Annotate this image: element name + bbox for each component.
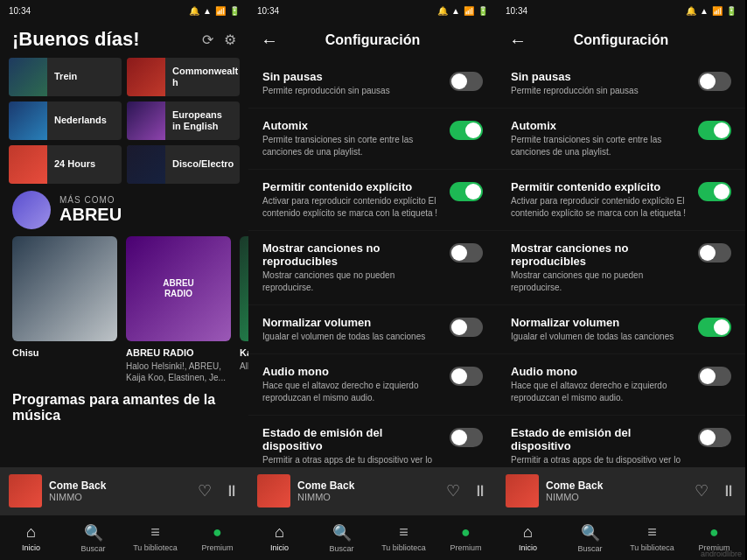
toggle-nonplay-3[interactable] — [698, 243, 731, 262]
np-controls-1: ♡ ⏸ — [198, 481, 240, 500]
artist-name: ABREU — [59, 205, 122, 225]
card-katr[interactable]: Katr Albu... — [240, 236, 248, 383]
config-item-mono-2: Audio mono Hace que el altavoz derecho e… — [248, 354, 497, 416]
toggle-explicit-3[interactable] — [698, 182, 731, 201]
home-nav-label-3: Inicio — [519, 543, 537, 552]
history-icon[interactable]: ⟳ — [202, 32, 213, 48]
pause-icon-2[interactable]: ⏸ — [472, 482, 488, 500]
heart-icon-3[interactable]: ♡ — [695, 481, 709, 500]
toggle-state-2[interactable] — [450, 428, 483, 447]
settings-icon[interactable]: ⚙ — [224, 32, 236, 48]
config-title-state-3: Estado de emisión del dispositivo — [511, 426, 689, 452]
more-like-label: MÁS COMO — [59, 195, 122, 205]
signal-icon-2: 📶 — [464, 6, 474, 16]
search-nav-label-2: Buscar — [329, 544, 353, 553]
np-artist-3: NIMMO — [546, 492, 688, 502]
pause-icon-1[interactable]: ⏸ — [224, 482, 240, 500]
battery-icon: 🔋 — [229, 6, 240, 16]
card-image-chisu — [12, 236, 117, 341]
np-title-1: Come Back — [49, 480, 191, 492]
np-controls-2: ♡ ⏸ — [446, 481, 488, 500]
watermark: androidlibre — [697, 548, 745, 560]
grid-label-commonwealth: Commonwealt h — [165, 66, 240, 88]
time-1: 10:34 — [9, 6, 31, 16]
np-info-1: Come Back NIMMO — [49, 480, 191, 502]
nav-library-3[interactable]: ≡ Tu biblioteca — [621, 523, 683, 552]
nav-search-2[interactable]: 🔍 Buscar — [311, 523, 373, 553]
home-nav-label-1: Inicio — [22, 543, 40, 552]
nav-home-1[interactable]: ⌂ Inicio — [0, 523, 62, 552]
phone-screen-2: 10:34 🔔 ▲ 📶 🔋 ← Configuración Sin pausas… — [248, 0, 497, 560]
home-nav-icon-1: ⌂ — [26, 523, 36, 542]
search-nav-icon-1: 🔍 — [84, 523, 103, 542]
nav-home-3[interactable]: ⌂ Inicio — [497, 523, 559, 552]
config-title-normvol-3: Normalizar volumen — [511, 316, 689, 329]
search-nav-icon-3: 🔍 — [581, 523, 600, 542]
toggle-automix-3[interactable] — [698, 121, 731, 140]
notification-icon-2: 🔔 — [437, 6, 448, 16]
config-item-sin-pausas-2: Sin pausas Permite reproducción sin paus… — [248, 60, 497, 108]
grid-item-disco[interactable]: Disco/Electro — [127, 145, 240, 184]
config-item-normvol-2: Normalizar volumen Igualar el volumen de… — [248, 305, 497, 354]
nav-search-1[interactable]: 🔍 Buscar — [62, 523, 124, 553]
grid-item-trein[interactable]: Trein — [9, 58, 122, 96]
toggle-sin-pausas-3[interactable] — [698, 72, 731, 91]
pause-icon-3[interactable]: ⏸ — [721, 482, 737, 500]
np-thumbnail-2 — [257, 474, 290, 508]
config-list-3: Sin pausas Permite reproducción sin paus… — [497, 60, 745, 467]
config-text-nonplay-2: Mostrar canciones no reproducibles Mostr… — [262, 242, 441, 294]
premium-nav-label-1: Premium — [201, 543, 233, 552]
config-title-explicit-2: Permitir contenido explícito — [262, 180, 441, 193]
nav-home-2[interactable]: ⌂ Inicio — [248, 523, 311, 552]
wifi-icon: ▲ — [203, 6, 212, 16]
config-text-automix-2: Automix Permite transiciones sin corte e… — [262, 119, 441, 158]
now-playing-bar-1[interactable]: Come Back NIMMO ♡ ⏸ — [0, 467, 248, 514]
config-desc-explicit-3: Activar para reproducir contenido explíc… — [511, 195, 689, 220]
nav-library-2[interactable]: ≡ Tu biblioteca — [373, 523, 435, 552]
toggle-state-3[interactable] — [698, 428, 731, 447]
config-header-3: ← Configuración — [497, 21, 745, 60]
np-info-2: Come Back NIMMO — [297, 480, 439, 502]
nav-premium-2[interactable]: ● Premium — [435, 523, 497, 552]
config-title-automix-3: Automix — [511, 119, 689, 132]
toggle-automix-2[interactable] — [450, 121, 483, 140]
grid-item-24hours[interactable]: 24 Hours — [9, 145, 122, 184]
card-chisu[interactable]: Chisu — [12, 236, 117, 383]
battery-icon-3: 🔋 — [726, 6, 737, 16]
heart-icon-1[interactable]: ♡ — [198, 481, 212, 500]
toggle-normvol-3[interactable] — [698, 318, 731, 337]
nav-search-3[interactable]: 🔍 Buscar — [559, 523, 621, 553]
toggle-mono-2[interactable] — [450, 367, 483, 386]
toggle-sin-pausas-2[interactable] — [450, 72, 483, 91]
config-item-explicit-3: Permitir contenido explícito Activar par… — [497, 170, 745, 231]
now-playing-bar-2[interactable]: Come Back NIMMO ♡ ⏸ — [248, 467, 497, 514]
config-desc-sin-pausas-2: Permite reproducción sin pausas — [262, 85, 441, 97]
np-title-2: Come Back — [297, 480, 439, 492]
toggle-explicit-2[interactable] — [450, 182, 483, 201]
config-title-state-2: Estado de emisión del dispositivo — [262, 426, 441, 452]
notification-icon: 🔔 — [189, 6, 199, 16]
nav-library-1[interactable]: ≡ Tu biblioteca — [124, 523, 186, 552]
nav-premium-1[interactable]: ● Premium — [186, 523, 248, 552]
config-text-sin-pausas-2: Sin pausas Permite reproducción sin paus… — [262, 70, 441, 97]
bottom-nav-1: ⌂ Inicio 🔍 Buscar ≡ Tu biblioteca ● Prem… — [0, 514, 248, 560]
toggle-nonplay-2[interactable] — [450, 243, 483, 262]
grid-item-europeans[interactable]: Europeans in English — [127, 102, 240, 140]
config-item-normvol-3: Normalizar volumen Igualar el volumen de… — [497, 305, 745, 354]
toggle-normvol-2[interactable] — [450, 318, 483, 337]
cards-row: Chisu ABREURADIO ABREU RADIO Haloo Helsi… — [0, 236, 248, 383]
search-nav-label-3: Buscar — [577, 544, 602, 553]
thumb-24hours — [9, 145, 47, 184]
np-artist-1: NIMMO — [49, 492, 191, 502]
grid-item-nederlands[interactable]: Nederlands — [9, 102, 122, 140]
toggle-mono-3[interactable] — [698, 367, 731, 386]
config-item-automix-2: Automix Permite transiciones sin corte e… — [248, 108, 497, 170]
back-button-3[interactable]: ← — [509, 31, 527, 51]
more-like-section: MÁS COMO ABREU — [0, 187, 248, 236]
grid-item-commonwealth[interactable]: Commonwealt h — [127, 58, 240, 96]
config-text-mono-3: Audio mono Hace que el altavoz derecho e… — [511, 365, 689, 404]
now-playing-bar-3[interactable]: Come Back NIMMO ♡ ⏸ — [497, 467, 745, 514]
back-button-2[interactable]: ← — [261, 31, 278, 51]
heart-icon-2[interactable]: ♡ — [446, 481, 460, 500]
card-abreu[interactable]: ABREURADIO ABREU RADIO Haloo Helsinki!, … — [126, 236, 231, 383]
